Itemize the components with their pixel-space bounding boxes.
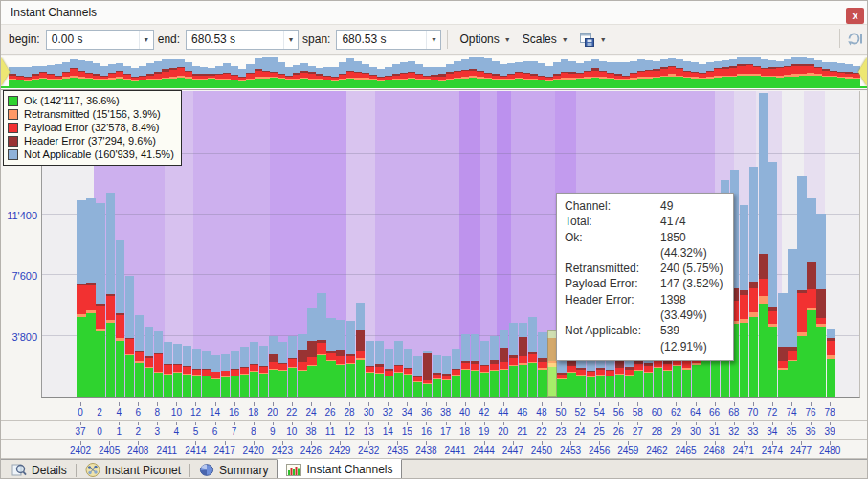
end-combobox[interactable]: 680.53 s ▼ [186,30,299,50]
save-export-button[interactable]: ▼ [574,30,612,50]
tab-details[interactable]: Details [3,460,76,479]
x-axis-tick [561,402,562,406]
not-applicable-segment [85,61,93,74]
channel-bar-76[interactable] [807,198,815,397]
legend-color-swatch [8,136,18,147]
channel-bar-14[interactable] [211,355,220,397]
channel-bar-0[interactable] [77,200,85,397]
channel-bar-30[interactable] [366,341,374,397]
channel-bar-47[interactable] [528,317,537,397]
sync-to-end-button[interactable] [834,29,863,48]
channel-bar-18[interactable] [250,342,258,397]
channel-bar-44[interactable] [500,330,508,397]
channel-bar-9[interactable] [164,342,172,397]
channel-bar-11[interactable] [183,346,191,397]
channel-bar-33[interactable] [394,341,403,397]
channel-bar-32[interactable] [385,349,393,397]
channel-bar-73[interactable] [778,293,787,397]
x-axis-tick [176,422,177,425]
channel-bar-35[interactable] [413,356,422,397]
channel-bar-3[interactable] [106,193,115,397]
tab-summary[interactable]: Summary [190,460,277,479]
channel-bar-26[interactable] [326,318,335,397]
channel-bar-19[interactable] [259,346,268,397]
toolbar-separator [447,30,448,49]
channel-bar-39[interactable] [452,349,460,397]
channel-bar-13[interactable] [202,351,211,397]
channel-bar-25[interactable] [317,293,325,397]
span-combobox[interactable]: 680.53 s ▼ [336,30,441,50]
channel-bar-34[interactable] [404,349,412,397]
ok-segment [477,79,484,87]
end-marker[interactable] [858,57,867,86]
payload-error-segment [663,364,672,371]
channel-bar-20[interactable] [269,336,278,397]
chevron-down-icon: ▼ [600,36,607,43]
channel-bar-45[interactable] [509,323,518,397]
toolbar: begin: 0.00 s ▼ end: 680.53 s ▼ span: 68… [1,24,867,55]
chevron-down-icon[interactable]: ▼ [283,31,298,49]
channel-bar-12[interactable] [192,349,201,397]
not-applicable-segment [538,63,545,76]
channel-bar-41[interactable] [471,334,479,397]
channel-bar-48[interactable] [538,332,546,397]
instant-channels-window: Instant Channels x begin: 0.00 s ▼ end: … [0,0,868,479]
channel-bar-27[interactable] [336,320,345,397]
channel-bar-78[interactable] [827,329,835,397]
begin-combobox[interactable]: 0.00 s ▼ [46,30,154,50]
not-applicable-segment [523,61,530,73]
channel-bar-8[interactable] [154,331,163,397]
channel-bar-28[interactable] [346,321,355,397]
channel-bar-21[interactable] [278,342,287,397]
begin-marker[interactable] [1,57,10,86]
overview-column [55,57,62,87]
channel-bar-23[interactable] [298,334,306,397]
channel-bar-71[interactable] [759,93,768,397]
channel-bar-2[interactable] [96,203,104,397]
channel-bar-16[interactable] [231,351,239,397]
channel-bar-70[interactable] [749,167,758,397]
channel-bar-24[interactable] [307,308,316,397]
channel-bar-38[interactable] [442,356,451,397]
channel-bar-69[interactable] [740,205,748,397]
overview-timeline-strip[interactable] [1,56,867,90]
tab-instant-channels[interactable]: Instant Channels [277,459,402,479]
not-applicable-segment [797,176,806,289]
channel-bar-15[interactable] [221,354,230,397]
ok-segment [316,80,323,88]
channel-bar-77[interactable] [816,214,825,397]
overview-column [722,57,729,87]
channel-bar-40[interactable] [461,334,470,397]
channel-bar-72[interactable] [768,162,777,397]
channel-bar-1[interactable] [86,198,95,397]
channel-bar-4[interactable] [116,240,124,397]
scales-menu-button[interactable]: Scales ▼ [517,30,574,49]
chevron-down-icon[interactable]: ▼ [426,31,440,49]
channel-bar-42[interactable] [480,341,489,397]
channel-bar-17[interactable] [240,347,249,397]
options-menu-button[interactable]: Options ▼ [454,30,516,49]
overview-column [784,57,791,87]
channel-bar-7[interactable] [145,327,153,397]
chevron-down-icon[interactable]: ▼ [139,31,153,49]
channel-bar-50[interactable] [557,355,566,397]
x-axis-tick [311,422,312,425]
close-button[interactable]: x [846,8,864,24]
channel-bar-29[interactable] [356,303,365,397]
channel-bar-74[interactable] [788,249,796,397]
channel-bar-37[interactable] [433,355,441,397]
channel-bar-10[interactable] [173,344,182,397]
channel-bar-5[interactable] [125,276,134,397]
channel-bar-31[interactable] [375,341,384,397]
x-axis-tick-label: 25 [594,426,605,437]
channel-bar-46[interactable] [519,323,527,397]
channel-bar-36[interactable] [423,351,432,397]
channel-bar-22[interactable] [288,336,297,397]
x-axis-tick-label: 2438 [415,445,436,456]
channel-bar-43[interactable] [490,336,499,397]
tab-instant-piconet[interactable]: Instant Piconet [77,460,189,479]
channel-bar-75[interactable] [797,176,806,397]
not-applicable-segment [452,349,460,369]
channel-bar-6[interactable] [135,315,144,397]
x-axis-tick [176,402,177,406]
